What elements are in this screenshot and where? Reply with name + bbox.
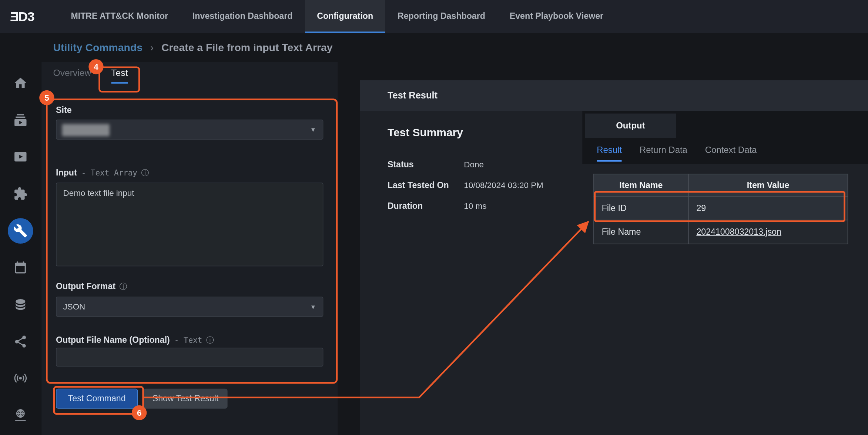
tab-overview[interactable]: Overview (53, 67, 91, 83)
nav-tab-reporting-dashboard[interactable]: Reporting Dashboard (385, 0, 497, 33)
info-icon[interactable]: ⓘ (206, 335, 214, 344)
nav-tab-investigation-dashboard[interactable]: Investigation Dashboard (180, 0, 305, 33)
output-subtabs: Result Return Data Context Data (597, 145, 757, 162)
input-label: Input- Text Arrayⓘ (56, 168, 149, 178)
page-title: Create a File from input Text Array (161, 41, 333, 54)
test-result-panel: Test Result Test Summary Status Done Las… (360, 80, 868, 435)
breadcrumb-utility-commands-link[interactable]: Utility Commands (53, 41, 143, 54)
command-test-panel: Overview Test Site ▼ Input- Text Arrayⓘ … (41, 62, 338, 435)
app-window: ƎD3 MITRE ATT&CK Monitor Investigation D… (0, 0, 868, 435)
table-row-file-id: File ID 29 (594, 196, 848, 220)
file-id-value-cell: 29 (688, 196, 848, 220)
test-result-title: Test Result (388, 90, 438, 101)
nav-tabs: MITRE ATT&CK Monitor Investigation Dashb… (59, 0, 616, 33)
duration-value: 10 ms (464, 201, 486, 211)
breadcrumb: Utility Commands › Create a File from in… (53, 33, 333, 62)
integrations-puzzle-icon[interactable] (13, 187, 28, 201)
playlist-play-icon[interactable] (13, 113, 28, 127)
last-tested-value: 10/08/2024 03:20 PM (464, 181, 543, 191)
annotation-badge-5: 5 (39, 90, 54, 105)
d3-logo[interactable]: ƎD3 (0, 9, 59, 24)
tab-output[interactable]: Output (585, 114, 676, 138)
info-icon[interactable]: ⓘ (141, 168, 149, 177)
annotation-badge-6: 6 (132, 405, 147, 420)
test-command-button[interactable]: Test Command (56, 389, 138, 409)
file-name-value-cell: 20241008032013.json (688, 220, 848, 244)
info-icon[interactable]: ⓘ (119, 282, 127, 291)
calendar-icon[interactable] (13, 260, 28, 275)
input-type-hint: - Text Array (81, 168, 137, 177)
status-value: Done (464, 160, 484, 170)
test-summary-heading: Test Summary (388, 126, 463, 139)
top-nav: ƎD3 MITRE ATT&CK Monitor Investigation D… (0, 0, 868, 33)
output-file-type-hint: - Text (174, 335, 202, 344)
tab-test[interactable]: Test (111, 67, 128, 83)
nav-tab-mitre-attack-monitor[interactable]: MITRE ATT&CK Monitor (59, 0, 180, 33)
file-name-name-cell: File Name (594, 220, 688, 244)
nav-tab-configuration[interactable]: Configuration (305, 0, 385, 33)
globe-icon[interactable] (13, 408, 28, 422)
output-file-name-label: Output File Name (Optional)- Textⓘ (56, 335, 214, 345)
home-icon[interactable] (13, 76, 28, 90)
table-row-file-name: File Name 20241008032013.json (594, 220, 848, 244)
file-name-link[interactable]: 20241008032013.json (696, 227, 781, 236)
nav-tab-event-playbook-viewer[interactable]: Event Playbook Viewer (497, 0, 616, 33)
output-file-name-input[interactable] (56, 348, 323, 367)
utilities-wrench-icon[interactable] (8, 218, 33, 244)
share-network-icon[interactable] (13, 334, 28, 349)
col-item-name: Item Name (594, 174, 688, 196)
site-label: Site (56, 105, 72, 115)
input-textarea[interactable]: Demo text file input (56, 183, 323, 267)
icon-sidebar (0, 33, 41, 435)
show-test-result-button[interactable]: Show Test Result (143, 389, 227, 409)
result-table: Item Name Item Value File ID 29 File Nam… (593, 174, 848, 244)
col-item-value: Item Value (688, 174, 848, 196)
site-value-redacted (62, 124, 110, 136)
chevron-down-icon: ▼ (310, 304, 316, 310)
file-id-name-cell: File ID (594, 196, 688, 220)
output-format-label: Output Formatⓘ (56, 281, 127, 292)
test-result-header: Test Result (360, 80, 868, 111)
subtab-context-data[interactable]: Context Data (705, 145, 757, 162)
subtab-result[interactable]: Result (597, 145, 622, 162)
summary-row-duration: Duration 10 ms (388, 201, 576, 211)
output-format-select[interactable]: JSON ▼ (56, 297, 323, 317)
chevron-right-icon: › (150, 42, 154, 53)
broadcast-signal-icon[interactable] (13, 371, 28, 385)
summary-row-last-tested: Last Tested On 10/08/2024 03:20 PM (388, 181, 576, 191)
site-select[interactable]: ▼ (56, 120, 323, 140)
database-icon[interactable] (13, 297, 28, 312)
table-header-row: Item Name Item Value (594, 174, 848, 196)
annotation-badge-4: 4 (88, 59, 103, 74)
summary-row-status: Status Done (388, 160, 576, 170)
chevron-down-icon: ▼ (310, 126, 316, 133)
subtab-return-data[interactable]: Return Data (640, 145, 687, 162)
video-display-icon[interactable] (13, 150, 28, 164)
output-format-value: JSON (63, 302, 85, 311)
